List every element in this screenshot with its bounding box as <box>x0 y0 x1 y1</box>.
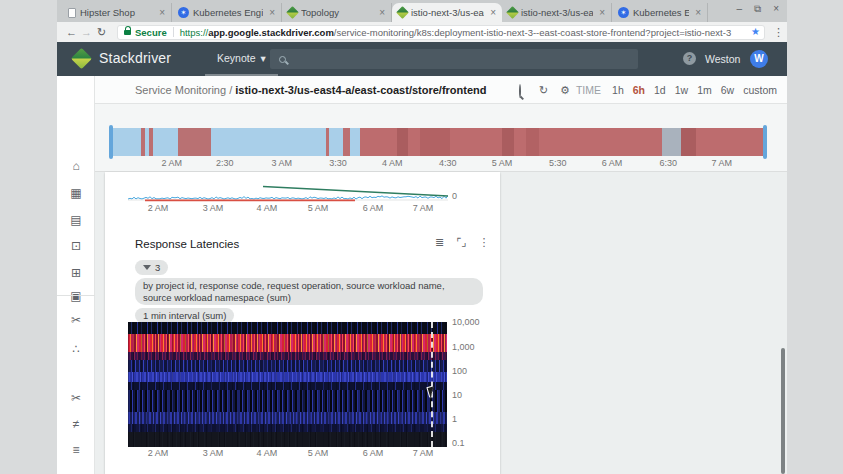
bookmark-star-icon[interactable]: ★ <box>751 26 760 37</box>
address-bar[interactable]: Secure https://app.google.stackdriver.co… <box>117 25 765 40</box>
axis-tick: 2 AM <box>148 448 169 458</box>
secure-label: Secure <box>135 27 167 38</box>
y-zero-label: 0 <box>452 191 457 201</box>
sidebar-item-events[interactable]: ▤ <box>57 213 95 227</box>
reload-button[interactable]: ↻ <box>94 26 109 39</box>
tab-title: Kubernetes Engine <box>633 7 689 18</box>
line-chart-x-axis: 2 AM 3 AM 4 AM 5 AM 6 AM 7 AM <box>128 203 448 215</box>
left-nav: ⌂ ▦ ▤ ⊡ ⊞ ▣ ✂ ∴ ✂ ≠ ≡ ⊕ ⇥ <box>57 76 95 474</box>
sidebar-item-debug[interactable]: ✂ <box>57 313 95 327</box>
page-toolbar: Service Monitoring / istio-next-3/us-eas… <box>95 76 787 104</box>
axis-tick: 3 AM <box>203 203 224 213</box>
tab-strip: Hipster Shop × ✶ Kubernetes Engine × Top… <box>57 0 787 22</box>
sidebar-item-topology[interactable]: ∴ <box>57 342 95 356</box>
events-icon: ▤ <box>70 213 81 227</box>
tab-close-icon[interactable]: × <box>597 7 605 18</box>
y-axis-tick: 100 <box>452 366 467 376</box>
axis-tick: 2:30 <box>216 158 234 168</box>
time-option-1m[interactable]: 1m <box>697 84 712 96</box>
kubernetes-favicon: ✶ <box>178 7 189 18</box>
url-scheme: https:// <box>180 27 209 38</box>
forward-button[interactable]: → <box>79 26 94 38</box>
time-option-6h[interactable]: 6h <box>633 84 645 96</box>
breadcrumb-separator: / <box>229 84 232 96</box>
filter-chip[interactable]: 3 <box>135 260 168 275</box>
latency-heatmap[interactable] <box>128 322 447 447</box>
y-axis-tick: 10 <box>452 390 462 400</box>
trend-series <box>263 187 448 197</box>
breadcrumb: Service Monitoring / istio-next-3/us-eas… <box>135 84 487 96</box>
stackdriver-logo-icon <box>71 48 92 69</box>
time-option-6w[interactable]: 6w <box>721 84 734 96</box>
axis-tick: 4 AM <box>382 158 403 168</box>
y-axis-tick: 0.1 <box>452 438 465 448</box>
time-range-brush[interactable] <box>111 128 765 156</box>
axis-tick: 3 AM <box>271 158 292 168</box>
axis-tick: 6:30 <box>659 158 677 168</box>
sidebar-item-uptime-checks[interactable]: ⊡ <box>57 239 95 253</box>
time-option-1d[interactable]: 1d <box>654 84 666 96</box>
axis-tick: 7 AM <box>712 158 733 168</box>
global-search-input[interactable] <box>270 49 638 69</box>
help-icon[interactable]: ? <box>683 52 696 65</box>
tab-title: Kubernetes Engine <box>193 7 263 18</box>
time-label: TIME <box>576 84 601 96</box>
sidebar-item-tune[interactable]: ≠ <box>57 417 95 431</box>
more-menu-icon[interactable]: ⋮ <box>479 236 490 249</box>
debug-icon: ✂ <box>71 313 81 327</box>
axis-tick: 5:30 <box>549 158 567 168</box>
axis-tick: 2 AM <box>162 158 183 168</box>
back-button[interactable]: ← <box>64 26 79 38</box>
tab-close-icon[interactable]: × <box>488 7 496 18</box>
tab-topology[interactable]: Topology × <box>282 3 392 22</box>
restore-icon[interactable]: ⧉ <box>754 3 761 15</box>
sidebar-item-home[interactable]: ⌂ <box>57 159 95 173</box>
tab-close-icon[interactable]: × <box>693 7 701 18</box>
sidebar-item-trace[interactable]: ✂ <box>57 391 95 405</box>
tab-kubernetes-engine-2[interactable]: ✶ Kubernetes Engine × <box>612 3 708 22</box>
tab-close-icon[interactable]: × <box>267 7 275 18</box>
brush-axis-labels: 2 AM 2:30 3 AM 3:30 4 AM 4:30 5 AM 5:30 … <box>111 158 765 170</box>
tab-title: istio-next-3/us-east4 <box>411 7 484 18</box>
legend-list-icon[interactable]: ≣ <box>435 236 444 249</box>
settings-gear-icon[interactable]: ⚙ <box>560 84 570 97</box>
page-favicon <box>68 8 76 18</box>
interval-chip[interactable]: 1 min interval (sum) <box>135 308 234 323</box>
time-option-1h[interactable]: 1h <box>612 84 624 96</box>
brush-handle-left[interactable] <box>109 125 113 159</box>
search-icon[interactable] <box>519 85 521 97</box>
brush-handle-right[interactable] <box>763 125 767 159</box>
tab-kubernetes-engine-1[interactable]: ✶ Kubernetes Engine × <box>172 3 282 22</box>
browser-toolbar: ← → ↻ Secure https://app.google.stackdri… <box>57 22 787 42</box>
axis-tick: 5 AM <box>308 203 329 213</box>
tab-hipster-shop[interactable]: Hipster Shop × <box>62 3 172 22</box>
breadcrumb-section[interactable]: Service Monitoring <box>135 84 226 96</box>
workspace-name: Keynote <box>217 52 256 64</box>
tab-close-icon[interactable]: × <box>377 7 385 18</box>
time-option-custom[interactable]: custom <box>743 84 777 96</box>
groups-icon: ⊞ <box>71 266 81 280</box>
tab-title: istio-next-3/us-east4 <box>521 7 593 18</box>
sidebar-item-groups[interactable]: ⊞ <box>57 266 95 280</box>
logs-icon: ≡ <box>72 443 79 457</box>
time-option-1w[interactable]: 1w <box>675 84 688 96</box>
group-by-chip[interactable]: by project id, response code, request op… <box>135 278 483 305</box>
fullscreen-icon[interactable]: ⌜⌟ <box>456 236 466 249</box>
workspace-selector[interactable]: Keynote ▾ <box>205 42 278 76</box>
tab-istio-next-3[interactable]: istio-next-3/us-east4 × <box>502 3 612 22</box>
axis-tick: 7 AM <box>413 448 434 458</box>
close-icon[interactable]: × <box>773 3 779 15</box>
axis-tick: 7 AM <box>413 203 434 213</box>
refresh-icon[interactable]: ↻ <box>539 84 548 97</box>
minimize-icon[interactable]: – <box>736 3 742 15</box>
avatar[interactable]: W <box>750 50 768 68</box>
tab-istio-next-3-active[interactable]: istio-next-3/us-east4 × <box>392 3 502 22</box>
scrollbar-thumb[interactable] <box>781 348 785 474</box>
sidebar-item-logs[interactable]: ≡ <box>57 443 95 457</box>
tab-close-icon[interactable]: × <box>157 7 165 18</box>
browser-menu-icon[interactable]: ⋮ <box>773 26 784 39</box>
tab-title: Topology <box>301 7 373 18</box>
y-axis-tick: 1 <box>452 414 457 424</box>
sidebar-item-apps[interactable]: ▦ <box>57 186 95 200</box>
sidebar-item-dashboards[interactable]: ▣ <box>57 289 95 303</box>
